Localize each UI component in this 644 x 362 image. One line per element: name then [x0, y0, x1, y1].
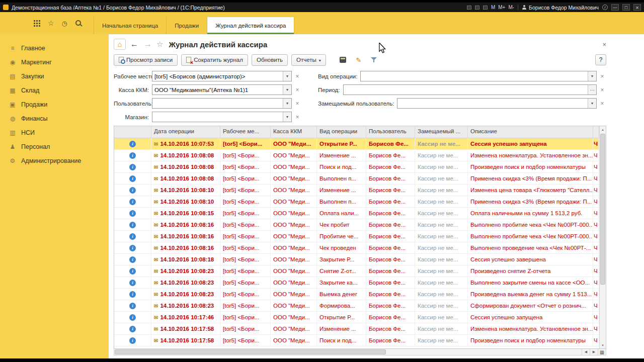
table-row-17[interactable]: 14.10.2016 10:17:58[tor5] <Бори...ООО "М…	[114, 335, 599, 346]
refresh-button[interactable]: Обновить	[252, 54, 288, 66]
scroll-up-icon[interactable]	[600, 126, 606, 133]
clear-button[interactable]	[293, 100, 301, 107]
memory-button-0[interactable]: М	[491, 5, 495, 10]
column-header-5[interactable]: Пользователь	[366, 126, 415, 138]
sidebar-item-8[interactable]: ⚙Администрирование	[0, 154, 109, 168]
panel-icon-3[interactable]	[483, 6, 488, 10]
hscroll-track[interactable]	[114, 349, 582, 355]
sidebar-item-4[interactable]: ▣Продажи	[0, 98, 109, 112]
truncate-journal-button[interactable]: Сократить журнал	[181, 54, 248, 66]
column-header-6[interactable]: Замещаемый ...	[415, 126, 468, 138]
sidebar-item-3[interactable]: ▦Склад	[0, 83, 109, 98]
tab-1[interactable]: Продажи	[167, 17, 207, 34]
user-cell: Борисов Фе...	[366, 231, 415, 242]
filter-field[interactable]	[360, 71, 597, 81]
filter-field[interactable]	[343, 84, 597, 95]
form-close-button[interactable]	[602, 41, 606, 48]
table-row-5[interactable]: 14.10.2016 10:08:10[tor5] <Бори...ООО "М…	[114, 196, 599, 208]
clear-button[interactable]	[293, 114, 301, 121]
favorites-star-icon[interactable]	[48, 19, 54, 28]
dropdown-button[interactable]	[588, 99, 596, 108]
sidebar-item-7[interactable]: ♟Персонал	[0, 140, 109, 154]
add-favorite-icon[interactable]	[156, 40, 163, 49]
filter-field[interactable]: [tor5] <Борисов (администратор)>	[152, 71, 292, 81]
filter-field[interactable]	[152, 112, 292, 122]
table-row-1[interactable]: 14.10.2016 10:08:08[tor5] <Бори...ООО "М…	[114, 150, 599, 161]
memory-button-1[interactable]: М+	[498, 5, 505, 10]
about-info-icon[interactable]	[602, 5, 608, 10]
table-row-0[interactable]: 14.10.2016 10:07:53[tor5] <Бори...ООО "М…	[114, 138, 599, 150]
clear-button[interactable]	[598, 86, 606, 94]
table-row-11[interactable]: 14.10.2016 10:08:23[tor5] <Бори...ООО "М…	[114, 265, 599, 277]
scroll-down-icon[interactable]	[600, 342, 606, 348]
scroll-right-icon[interactable]	[590, 349, 598, 355]
table-row-13[interactable]: 14.10.2016 10:08:23[tor5] <Бори...ООО "М…	[114, 289, 599, 300]
column-header-3[interactable]: Касса ККМ	[271, 126, 317, 138]
view-record-button[interactable]: Просмотр записи	[114, 54, 178, 66]
table-row-2[interactable]: 14.10.2016 10:08:08[tor5] <Бори...ООО "М…	[114, 161, 599, 173]
horizontal-scrollbar[interactable]	[114, 349, 606, 355]
panel-icon-1[interactable]	[467, 6, 471, 10]
table-row-15[interactable]: 14.10.2016 10:17:46[tor5] <Бори...ООО "М…	[114, 312, 599, 323]
dropdown-button[interactable]	[283, 112, 291, 122]
filter-field[interactable]	[152, 98, 292, 109]
forward-button[interactable]	[143, 40, 153, 49]
sidebar-item-5[interactable]: ◍Финансы	[0, 112, 109, 126]
minimize-button[interactable]	[611, 4, 619, 11]
kkm-device-button[interactable]	[337, 54, 349, 66]
table-row-14[interactable]: 14.10.2016 10:08:23[tor5] <Бори...ООО "М…	[114, 300, 599, 312]
table-row-8[interactable]: 14.10.2016 10:08:16[tor5] <Бори...ООО "М…	[114, 231, 599, 242]
memory-button-2[interactable]: М-	[508, 5, 514, 10]
history-icon[interactable]	[62, 19, 67, 28]
table-row-7[interactable]: 14.10.2016 10:08:16[tor5] <Бори...ООО "М…	[114, 219, 599, 231]
current-user-button[interactable]: Борисов Федор Михайлович	[522, 5, 599, 11]
close-window-button[interactable]	[633, 4, 641, 11]
search-icon[interactable]	[75, 20, 83, 27]
home-button[interactable]	[114, 39, 126, 50]
hscroll-thumb[interactable]	[115, 349, 386, 354]
help-button[interactable]: ?	[595, 54, 606, 65]
sidebar-item-0[interactable]: ≡Главное	[0, 41, 109, 55]
column-header-0[interactable]	[114, 126, 151, 138]
table-row-16[interactable]: 14.10.2016 10:17:58[tor5] <Бори...ООО "М…	[114, 323, 599, 335]
tab-2[interactable]: Журнал действий кассира	[207, 17, 294, 34]
table-row-3[interactable]: 14.10.2016 10:08:08[tor5] <Бори...ООО "М…	[114, 173, 599, 185]
table-row-12[interactable]: 14.10.2016 10:08:23[tor5] <Бори...ООО "М…	[114, 277, 599, 289]
dropdown-button[interactable]	[283, 99, 291, 108]
reports-button[interactable]: Отчеты	[291, 54, 326, 66]
dropdown-button[interactable]	[588, 71, 596, 81]
dropdown-button[interactable]	[283, 71, 291, 81]
filter-field[interactable]: ООО "Медикаменты"(Аптека №1)1	[152, 84, 292, 95]
table-row-9[interactable]: 14.10.2016 10:08:16[tor5] <Бори...ООО "М…	[114, 242, 599, 254]
sidebar-item-1[interactable]: ◉Маркетинг	[0, 55, 109, 69]
tab-0[interactable]: Начальная страница	[94, 17, 167, 34]
sidebar-item-2[interactable]: ▤Закупки	[0, 69, 109, 83]
maximize-button[interactable]	[622, 4, 630, 11]
main-menu-grid-icon[interactable]	[33, 20, 40, 27]
panel-icon-2[interactable]	[475, 6, 479, 10]
filter-button[interactable]	[368, 54, 380, 66]
column-header-2[interactable]: Рабочее ме...	[220, 126, 271, 138]
column-header-4[interactable]: Вид операции	[317, 126, 366, 138]
back-button[interactable]	[129, 40, 139, 49]
table-settings-icon[interactable]	[598, 349, 606, 355]
column-header-7[interactable]: Описание	[468, 126, 593, 138]
vscroll-track[interactable]	[600, 133, 606, 342]
vscroll-thumb[interactable]	[600, 134, 605, 285]
clear-button[interactable]	[293, 73, 301, 80]
table-row-6[interactable]: 14.10.2016 10:08:15[tor5] <Бори...ООО "М…	[114, 208, 599, 219]
column-header-8[interactable]	[593, 126, 599, 138]
filter-field[interactable]	[397, 98, 597, 109]
vertical-scrollbar[interactable]	[599, 126, 606, 348]
column-header-1[interactable]: Дата операции	[151, 126, 220, 138]
edit-button[interactable]	[353, 54, 365, 66]
clear-button[interactable]	[598, 73, 606, 80]
table-row-4[interactable]: 14.10.2016 10:08:10[tor5] <Бори...ООО "М…	[114, 185, 599, 196]
ellipsis-button[interactable]	[588, 85, 596, 95]
scroll-left-icon[interactable]	[582, 349, 590, 355]
table-row-10[interactable]: 14.10.2016 10:08:18[tor5] <Бори...ООО "М…	[114, 254, 599, 265]
dropdown-button[interactable]	[283, 85, 291, 95]
clear-button[interactable]	[293, 86, 301, 94]
clear-button[interactable]	[598, 100, 606, 107]
sidebar-item-6[interactable]: ▥НСИ	[0, 126, 109, 140]
